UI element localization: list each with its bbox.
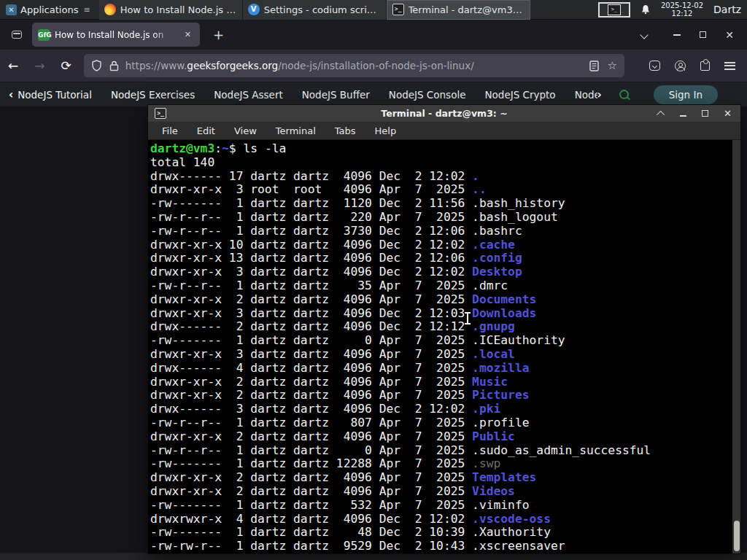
terminal-maximize-button[interactable] — [702, 110, 708, 117]
terminal-scrollbar-thumb[interactable] — [734, 521, 740, 551]
tab-close-icon[interactable]: ✕ — [182, 28, 194, 41]
browser-tab-active[interactable]: GfG How to Install Node.js on ✕ — [32, 23, 200, 47]
ls-row: drwxrwxr-x 4 dartz dartz 4096 Dec 2 12:0… — [150, 513, 740, 526]
nav-link-nodejs-dns[interactable]: NodeJS DNS — [575, 89, 597, 101]
nav-link-nodejs-assert[interactable]: NodeJS Assert — [214, 89, 302, 101]
ls-row: drwxr-xr-x 10 dartz dartz 4096 Dec 2 12:… — [150, 238, 740, 252]
firefox-tab-bar: GfG How to Install Node.js on ✕ + ✕ — [0, 20, 747, 50]
ls-row: -rw------- 1 dartz dartz 12288 Apr 7 202… — [150, 457, 740, 471]
terminal-titlebar[interactable]: >_ Terminal - dartz@vm3: ~ ✕ — [148, 105, 740, 122]
ls-row: drwx------ 17 dartz dartz 4096 Dec 2 12:… — [150, 170, 740, 184]
applications-menu-button[interactable]: ✕ Applications ≡ — [0, 0, 96, 20]
ls-row-meta: -rw------- 1 dartz dartz 48 Dec 2 10:39 — [150, 525, 472, 539]
list-all-tabs-icon[interactable] — [641, 29, 647, 40]
ls-row: drwxr-xr-x 3 dartz dartz 4096 Dec 2 12:0… — [150, 265, 740, 279]
reader-mode-icon[interactable] — [589, 61, 599, 71]
terminal-menu-edit[interactable]: Edit — [197, 125, 215, 136]
site-nav-items: NodeJS TutorialNodeJS ExercisesNodeJS As… — [18, 89, 597, 101]
terminal-menu-view[interactable]: View — [234, 125, 257, 136]
ls-row-meta: drwx------ 3 dartz dartz 4096 Dec 2 12:0… — [150, 402, 472, 416]
ls-row-meta: drwxr-xr-x 2 dartz dartz 4096 Apr 7 2025 — [150, 484, 472, 498]
ls-row-meta: -rw-r--r-- 1 dartz dartz 35 Apr 7 2025 — [150, 279, 472, 292]
workspace-switcher[interactable]: >_ — [598, 2, 630, 18]
bookmark-star-icon[interactable]: ☆ — [608, 59, 617, 72]
ls-row: drwxr-xr-x 3 root root 4096 Apr 7 2025 .… — [150, 183, 740, 197]
xfce-applications-icon: ✕ — [6, 4, 17, 15]
ls-row: drwxr-xr-x 2 dartz dartz 4096 Apr 7 2025… — [150, 485, 740, 499]
terminal-app-icon: >_ — [155, 108, 166, 119]
rollup-icon[interactable] — [657, 110, 665, 118]
session-user-menu[interactable]: Dartz — [713, 4, 741, 15]
window-task-list: How to Install Node.js o...VSettings - c… — [99, 0, 530, 20]
reload-icon[interactable]: ⟳ — [61, 58, 71, 73]
ls-row: -rw------- 1 dartz dartz 532 Apr 7 2025 … — [150, 499, 740, 513]
close-button[interactable]: ✕ — [725, 30, 734, 40]
gfg-favicon: GfG — [38, 29, 50, 41]
url-text: https://www.geeksforgeeks.org/node-js/in… — [125, 60, 584, 71]
ls-row-filename: . — [472, 169, 479, 183]
new-tab-button[interactable]: + — [207, 27, 230, 42]
ls-row: drwxr-xr-x 3 dartz dartz 4096 Dec 2 12:0… — [150, 307, 740, 321]
nav-scroll-left-icon[interactable]: ‹ — [9, 88, 13, 101]
ls-row-meta: drwxr-xr-x 3 dartz dartz 4096 Apr 7 2025 — [150, 347, 472, 361]
ls-row: drwxr-xr-x 2 dartz dartz 4096 Apr 7 2025… — [150, 389, 740, 402]
panel-clock[interactable]: 2025-12-02 12:12 — [661, 1, 703, 18]
task-button-terminal[interactable]: >_Terminal - dartz@vm3: ~ — [387, 0, 530, 20]
nav-scroll-right-icon[interactable]: › — [597, 88, 602, 101]
vscodium-icon: V — [248, 4, 260, 15]
terminal-scrollbar[interactable] — [732, 140, 740, 553]
nav-link-nodejs-exercises[interactable]: NodeJS Exercises — [111, 89, 214, 101]
terminal-window-title: Terminal - dartz@vm3: ~ — [148, 108, 740, 119]
terminal-minimize-button[interactable] — [680, 115, 686, 117]
nav-link-nodejs-buffer[interactable]: NodeJS Buffer — [302, 89, 389, 101]
ls-row-meta: drwxr-xr-x 2 dartz dartz 4096 Apr 7 2025 — [150, 388, 472, 402]
task-button-vscodium[interactable]: VSettings - codium script... — [243, 0, 387, 20]
account-icon[interactable] — [675, 61, 686, 71]
applications-label: Applications — [20, 4, 78, 15]
terminal-menu-file[interactable]: File — [162, 125, 178, 136]
search-icon[interactable] — [619, 90, 629, 99]
clock-date: 2025-12-02 — [661, 1, 703, 9]
task-label: Terminal - dartz@vm3: ~ — [409, 4, 525, 15]
task-button-firefox[interactable]: How to Install Node.js o... — [99, 0, 243, 20]
shell-prompt-line: dartz@vm3:~$ ls -la — [150, 142, 740, 156]
terminal-menu-terminal[interactable]: Terminal — [276, 125, 316, 136]
back-icon[interactable]: ← — [8, 58, 18, 73]
url-bar[interactable]: https://www.geeksforgeeks.org/node-js/in… — [84, 54, 624, 77]
ls-row-meta: drwxr-xr-x 2 dartz dartz 4096 Apr 7 2025 — [150, 375, 472, 389]
tracking-shield-icon[interactable] — [91, 60, 102, 71]
ls-row-filename: .xscreensaver — [472, 539, 565, 553]
sign-in-button[interactable]: Sign In — [654, 85, 718, 104]
forward-icon[interactable]: → — [34, 58, 44, 73]
minimize-button[interactable] — [673, 34, 681, 36]
ls-row: -rw-r--r-- 1 dartz dartz 0 Apr 7 2025 .s… — [150, 444, 740, 458]
ls-row-filename: Desktop — [472, 265, 522, 279]
ls-row-meta: drwxr-xr-x 2 dartz dartz 4096 Apr 7 2025 — [150, 429, 472, 443]
ls-row-meta: -rw------- 1 dartz dartz 532 Apr 7 2025 — [150, 498, 472, 512]
app-menu-icon[interactable] — [724, 62, 735, 70]
maximize-button[interactable] — [700, 31, 706, 38]
terminal-close-button[interactable]: ✕ — [724, 109, 732, 118]
ls-row-meta: drwx------ 17 dartz dartz 4096 Dec 2 12:… — [150, 169, 472, 183]
ls-row-filename: .bashrc — [472, 224, 522, 238]
notification-bell-icon[interactable] — [640, 4, 651, 15]
nav-link-nodejs-crypto[interactable]: NodeJS Crypto — [484, 89, 574, 101]
firefox-view-button[interactable] — [7, 26, 26, 44]
pocket-icon[interactable] — [649, 61, 660, 71]
ls-row-filename: Documents — [472, 292, 536, 306]
nav-link-nodejs-tutorial[interactable]: NodeJS Tutorial — [18, 89, 111, 101]
terminal-output[interactable]: dartz@vm3:~$ ls -la total 140 drwx------… — [148, 140, 740, 553]
terminal-menu-help[interactable]: Help — [375, 125, 397, 136]
lock-icon[interactable] — [109, 61, 119, 71]
terminal-window-controls: ✕ — [659, 109, 740, 118]
ls-row-filename: Music — [472, 375, 508, 389]
nav-link-nodejs-console[interactable]: NodeJS Console — [389, 89, 485, 101]
ls-row-meta: drwxr-xr-x 13 dartz dartz 4096 Dec 2 12:… — [150, 251, 472, 265]
ls-row-meta: drwx------ 2 dartz dartz 4096 Dec 2 12:1… — [150, 319, 472, 333]
terminal-menu-tabs[interactable]: Tabs — [335, 125, 356, 136]
ls-row-filename: .sudo_as_admin_successful — [472, 443, 651, 457]
ls-row-filename: .pki — [472, 402, 500, 416]
ls-row-meta: drwxrwxr-x 4 dartz dartz 4096 Dec 2 12:0… — [150, 512, 472, 526]
clock-time: 12:12 — [661, 9, 703, 18]
extensions-icon[interactable] — [700, 61, 710, 71]
